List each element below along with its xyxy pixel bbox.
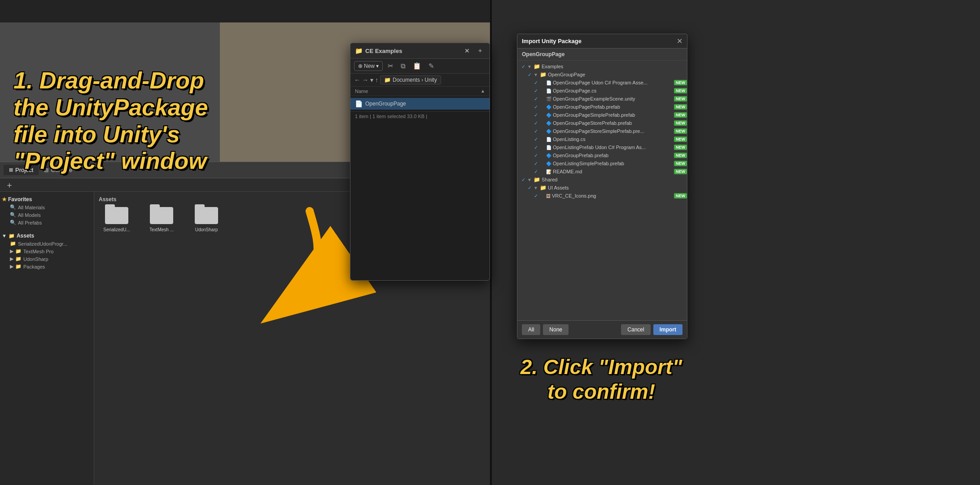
folder-icon-assets: 📁 [9,233,15,239]
tree-icon-0: 📁 [534,63,540,70]
fe-new-button[interactable]: ⊕ New ▾ [354,61,383,71]
fe-dropdown-button[interactable]: ▾ [370,76,373,84]
tree-check-15[interactable]: ✓ [526,185,533,191]
tree-icon-14: 📁 [534,176,540,183]
tree-check-14[interactable]: ✓ [520,176,526,183]
sidebar-item-all-prefabs[interactable]: 🔍 All Prefabs [0,219,94,226]
tree-item-1[interactable]: ✓▼📁OpenGroupPage [517,71,687,79]
tree-item-2[interactable]: ✓ 📄OpenGroupPage Udon C# Program Asse...… [517,79,687,87]
add-button[interactable]: ＋ [4,180,15,190]
tree-icon-11: 🔷 [546,153,551,158]
tree-arrow-8 [540,129,546,134]
tree-item-15[interactable]: ✓▼📁UI Assets [517,184,687,192]
folder-icon-serialized: 📁 [10,241,16,247]
tree-arrow-5 [540,105,546,110]
asset-serialized[interactable]: SerializedU... [99,207,135,232]
tree-check-9[interactable]: ✓ [533,136,539,142]
fe-file-list: 📄 OpenGroupPage [350,96,490,111]
sidebar-item-all-models[interactable]: 🔍 All Models [0,211,94,219]
tree-item-8[interactable]: ✓ 🔷OpenGroupPageStoreSimplePrefab.pre...… [517,127,687,135]
tree-badge-13: NEW [674,169,687,174]
tree-icon-8: 🔷 [546,129,551,134]
tree-check-1[interactable]: ✓ [526,71,533,78]
fe-plus-button[interactable]: ＋ [475,46,485,56]
sidebar-item-udonsharp[interactable]: ▶ 📁 UdonSharp [0,255,94,263]
fe-file-item-opengrouppage[interactable]: 📄 OpenGroupPage [350,98,490,110]
tree-check-4[interactable]: ✓ [533,96,539,102]
tree-arrow-0: ▼ [527,64,534,69]
tree-label-7: OpenGroupPageStorePrefab.prefab [553,120,672,126]
tree-label-3: OpenGroupPage.cs [553,88,672,93]
tree-label-6: OpenGroupPageSimplePrefab.prefab [553,112,672,118]
tree-icon-13: 📝 [546,169,551,174]
tree-item-10[interactable]: ✓ 📄OpenListingPrefab Udon C# Program As.… [517,143,687,151]
tree-check-3[interactable]: ✓ [533,88,539,94]
tree-item-6[interactable]: ✓ 🔷OpenGroupPageSimplePrefab.prefabNEW [517,111,687,119]
tree-item-7[interactable]: ✓ 🔷OpenGroupPageStorePrefab.prefabNEW [517,119,687,127]
asset-udonsharp[interactable]: UdonSharp [188,207,224,232]
folder-breadcrumb-icon: 📁 [384,77,391,83]
sidebar-item-serialized[interactable]: 📁 SerializedUdonProgr... [0,240,94,247]
fe-nav: ← → ▾ ↑ 📁 Documents › Unity [350,74,490,87]
asset-textmesh[interactable]: TextMesh ... [144,207,179,232]
tree-item-9[interactable]: ✓ 📄OpenListing.csNEW [517,135,687,143]
fe-paste-button[interactable]: 📋 [411,61,424,71]
tree-item-5[interactable]: ✓ 🔷OpenGroupPagePrefab.prefabNEW [517,103,687,111]
tree-item-16[interactable]: ✓ 🖼VRC_CE_Icons.pngNEW [517,192,687,200]
import-button[interactable]: Import [653,324,682,335]
tree-badge-3: NEW [674,88,687,93]
tree-check-2[interactable]: ✓ [533,79,539,86]
tree-check-6[interactable]: ✓ [533,112,539,118]
packages-label: Packages [23,264,45,269]
tree-check-5[interactable]: ✓ [533,104,539,110]
tree-check-12[interactable]: ✓ [533,160,539,167]
instruction-line-4: "Project" window [13,148,292,175]
tree-badge-7: NEW [674,120,687,126]
tree-check-11[interactable]: ✓ [533,152,539,159]
tree-item-13[interactable]: ✓ 📝README.mdNEW [517,168,687,176]
project-tab-icon: ⊞ [9,167,13,173]
tree-check-10[interactable]: ✓ [533,144,539,150]
fe-close-button[interactable]: ✕ [463,46,472,55]
tree-check-0[interactable]: ✓ [520,63,526,70]
tree-icon-10: 📄 [546,145,551,150]
tree-check-7[interactable]: ✓ [533,120,539,126]
fe-back-button[interactable]: ← [354,76,360,84]
all-prefabs-label: All Prefabs [18,220,42,225]
tree-label-2: OpenGroupPage Udon C# Program Asse... [553,80,672,85]
fe-up-button[interactable]: ↑ [375,76,378,84]
tree-label-11: OpenGroupPrefab.prefab [553,153,672,158]
tree-icon-12: 🔷 [546,161,551,166]
sidebar-item-textmesh[interactable]: ▶ 📁 TextMesh Pro [0,247,94,255]
tree-item-4[interactable]: ✓ 🎬OpenGroupPageExampleScene.unityNEW [517,95,687,103]
sidebar-item-all-materials[interactable]: 🔍 All Materials [0,203,94,211]
cancel-button[interactable]: Cancel [621,324,650,335]
tree-check-16[interactable]: ✓ [533,193,539,199]
tree-check-13[interactable]: ✓ [533,168,539,175]
fe-forward-button[interactable]: → [362,76,368,84]
tree-item-0[interactable]: ✓▼📁Examples [517,62,687,71]
none-button[interactable]: None [543,324,569,335]
tree-check-8[interactable]: ✓ [533,128,539,134]
sidebar-item-assets[interactable]: ▼ 📁 Assets [0,232,94,240]
tree-icon-16: 🖼 [546,194,551,198]
fe-file-name: OpenGroupPage [365,101,406,107]
tree-item-11[interactable]: ✓ 🔷OpenGroupPrefab.prefabNEW [517,151,687,159]
fe-scissors-button[interactable]: ✂ [385,61,396,71]
sidebar-item-packages[interactable]: ▶ 📁 Packages [0,263,94,270]
tree-label-9: OpenListing.cs [553,137,672,142]
dialog-close-button[interactable]: ✕ [677,37,682,45]
tree-item-12[interactable]: ✓ 🔷OpenListingSimplePrefab.prefabNEW [517,159,687,168]
panel-divider [490,0,492,485]
tree-item-14[interactable]: ✓▼📁Shared [517,176,687,184]
fe-file-icon: 📄 [355,100,363,107]
tree-icon-1: 📁 [540,71,547,78]
tree-item-3[interactable]: ✓ 📄OpenGroupPage.csNEW [517,87,687,95]
fe-rename-button[interactable]: ✎ [426,61,437,71]
fe-copy-button[interactable]: ⧉ [398,61,408,71]
udonsharp-label: UdonSharp [23,256,48,262]
favorites-header: ★ Favorites [0,195,94,203]
fe-toolbar: ⊕ New ▾ ✂ ⧉ 📋 ✎ [350,59,490,74]
all-button[interactable]: All [522,324,540,335]
tree-label-5: OpenGroupPagePrefab.prefab [553,104,672,110]
